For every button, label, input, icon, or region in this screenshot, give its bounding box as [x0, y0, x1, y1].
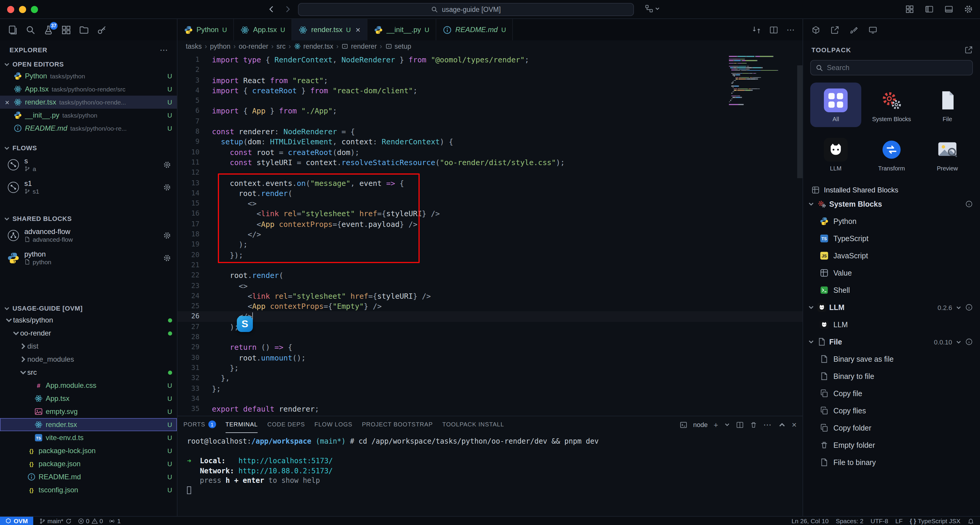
compare-changes-icon[interactable] [752, 25, 761, 34]
block-typescript[interactable]: TSTypeScript [803, 230, 980, 247]
block-file-to-binary[interactable]: File to binary [803, 454, 980, 471]
tab-python[interactable]: PythonU [178, 19, 234, 40]
format-brush-icon[interactable] [850, 25, 858, 34]
close-window-button[interactable] [7, 6, 14, 13]
close-editor-icon[interactable]: × [3, 98, 11, 107]
more-actions-icon[interactable]: ⋯ [786, 25, 795, 34]
shell-name[interactable]: node [693, 421, 708, 428]
section-workspace[interactable]: USAGE-GUIDE [OVM] [0, 302, 177, 314]
preview-window-icon[interactable] [869, 25, 877, 34]
language-mode[interactable]: { } TypeScript JSX [910, 517, 961, 524]
panel-tab-toolpack-install[interactable]: TOOLPACK INSTALL [442, 416, 504, 433]
category-llm[interactable]: LLM [810, 132, 861, 176]
tree-item-package-lock-json[interactable]: {}package-lock.jsonU [0, 444, 177, 457]
block-copy-folder[interactable]: Copy folder [803, 419, 980, 437]
experiments-flask-icon[interactable]: 37 [43, 25, 53, 35]
group-header-file[interactable]: File0.0.10 [803, 333, 980, 350]
open-editor-python[interactable]: Pythontasks/pythonU [0, 70, 177, 83]
notifications-bell[interactable] [967, 518, 974, 524]
category-all[interactable]: All [810, 83, 861, 127]
new-terminal-icon[interactable]: + [713, 420, 718, 429]
panel-tab-code-deps[interactable]: CODE DEPS [267, 416, 305, 433]
tree-item-tsconfig-json[interactable]: {}tsconfig.jsonU [0, 484, 177, 496]
explorer-files-icon[interactable] [8, 25, 18, 35]
tree-item-package-json[interactable]: {}package.jsonU [0, 457, 177, 470]
breadcrumb-item-python[interactable]: python [210, 43, 230, 50]
panel-tab-ports[interactable]: PORTS1 [183, 416, 216, 433]
flow-s[interactable]: sa [0, 153, 177, 176]
toolpack-search-input[interactable]: Search [810, 60, 973, 75]
tree-item-vite-env-d-ts[interactable]: TSvite-env.d.tsU [0, 431, 177, 444]
terminal-output[interactable]: root@localhost:/app/workspace (main*) # … [178, 433, 802, 516]
editor-scrollbar[interactable] [797, 65, 802, 178]
apps-grid-icon[interactable] [905, 5, 914, 14]
shared-block-python[interactable]: pythonpython [0, 246, 177, 269]
key-icon[interactable] [97, 25, 107, 35]
search-panel-icon[interactable] [25, 25, 36, 35]
section-shared-blocks[interactable]: SHARED BLOCKS [0, 212, 177, 224]
tree-item-src[interactable]: src [0, 366, 177, 379]
split-editor-icon[interactable] [769, 25, 778, 34]
block-shell[interactable]: Shell [803, 281, 980, 299]
category-file[interactable]: File [922, 83, 973, 127]
breadcrumb-item-setup[interactable]: setup [385, 43, 411, 50]
folder-icon[interactable] [79, 25, 89, 35]
category-transform[interactable]: Transform [866, 132, 917, 176]
block-python[interactable]: Python [803, 212, 980, 230]
group-header-system-blocks[interactable]: System Blocks [803, 195, 980, 212]
maximize-window-button[interactable] [31, 6, 38, 13]
code-editor[interactable]: 1import type { RenderContext, NodeRender… [178, 52, 802, 416]
panel-tab-project-bootstrap[interactable]: PROJECT BOOTSTRAP [362, 416, 433, 433]
close-panel-icon[interactable]: × [792, 420, 797, 429]
shared-block-advanced-flow[interactable]: advanced-flowadvanced-flow [0, 224, 177, 246]
tree-item-dist[interactable]: dist [0, 340, 177, 353]
flow-s1[interactable]: s1s1 [0, 176, 177, 198]
back-icon[interactable] [267, 5, 276, 14]
tree-item-app-tsx[interactable]: App.tsxU [0, 392, 177, 405]
open-external-icon[interactable] [964, 46, 973, 54]
block-value[interactable]: Value [803, 264, 980, 281]
skype-overlay-icon[interactable]: S [237, 316, 253, 332]
section-open-editors[interactable]: OPEN EDITORS [0, 58, 177, 70]
split-terminal-icon[interactable] [736, 421, 744, 429]
layout-panel-icon[interactable] [944, 5, 953, 14]
breadcrumb-item-oo-render[interactable]: oo-render [239, 43, 268, 50]
kill-terminal-icon[interactable] [750, 421, 757, 429]
block-binary-save-as-file[interactable]: Binary save as file [803, 350, 980, 368]
terminal-dropdown-icon[interactable] [724, 422, 730, 428]
tree-item-tasks-python[interactable]: tasks/python [0, 314, 177, 327]
indentation[interactable]: Spaces: 2 [836, 517, 863, 524]
encoding[interactable]: UTF-8 [870, 517, 888, 524]
group-header-llm[interactable]: LLM0.2.6 [803, 299, 980, 316]
tree-item-render-tsx[interactable]: render.tsxU [0, 418, 177, 431]
block-binary-to-file[interactable]: Binary to file [803, 368, 980, 385]
open-editor-app-tsx[interactable]: App.tsxtasks/python/oo-render/srcU [0, 83, 177, 96]
section-flows[interactable]: FLOWS [0, 142, 177, 153]
tab-app-tsx[interactable]: App.tsxU [234, 19, 292, 40]
tree-item-readme-md[interactable]: README.mdU [0, 470, 177, 484]
breadcrumb-item-tasks[interactable]: tasks [186, 43, 202, 50]
remote-indicator[interactable]: OVM [0, 517, 33, 525]
category-preview[interactable]: Preview [922, 132, 973, 176]
breadcrumb-item-render-tsx[interactable]: render.tsx [294, 43, 333, 50]
block-empty-folder[interactable]: Empty folder [803, 437, 980, 454]
git-branch-status[interactable]: main* [39, 517, 72, 524]
tree-item-node-modules[interactable]: node_modules [0, 353, 177, 366]
breadcrumb-item-src[interactable]: src [277, 43, 286, 50]
open-editor-init-py[interactable]: __init__.pytasks/pythonU [0, 109, 177, 122]
panel-tab-terminal[interactable]: TERMINAL [226, 416, 258, 433]
block-copy-file[interactable]: Copy file [803, 385, 980, 402]
tab-init-py[interactable]: __init__.pyU [368, 19, 436, 40]
breadcrumb-item-renderer[interactable]: renderer [342, 43, 377, 50]
minimize-window-button[interactable] [19, 6, 26, 13]
forward-icon[interactable] [283, 5, 292, 14]
workspace-search-bar[interactable]: usage-guide [OVM] [298, 3, 634, 16]
ports-status[interactable]: 1 [109, 517, 121, 524]
flow-selector[interactable] [644, 4, 660, 13]
windows-grid-icon[interactable] [61, 25, 71, 35]
category-system-blocks[interactable]: System Blocks [866, 83, 917, 127]
layout-sidebar-icon[interactable] [925, 5, 934, 14]
tree-item-oo-render[interactable]: oo-render [0, 327, 177, 340]
minimap[interactable] [729, 56, 794, 107]
open-editor-readme-md[interactable]: README.mdtasks/python/oo-re...U [0, 122, 177, 135]
